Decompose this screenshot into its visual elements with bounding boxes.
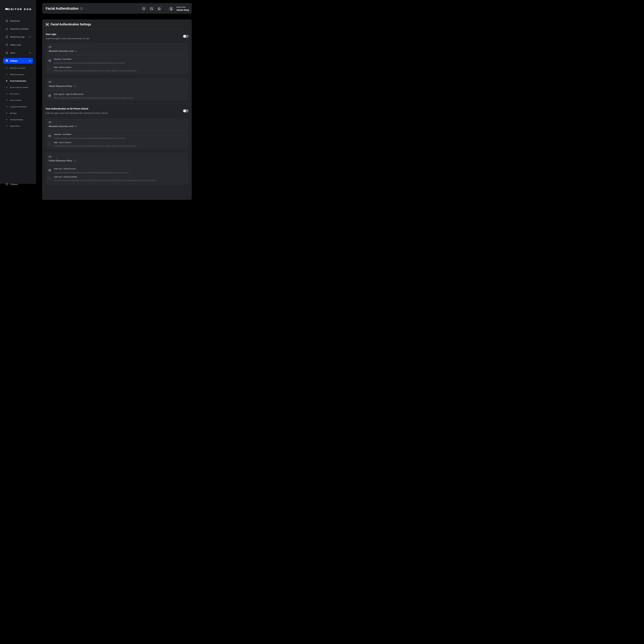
svg-text:ONITOR DOG: ONITOR DOG [8,8,32,10]
